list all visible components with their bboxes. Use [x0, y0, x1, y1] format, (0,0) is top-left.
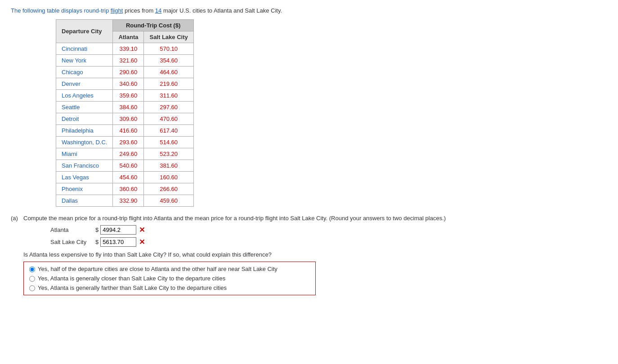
- radio-input-0[interactable]: [29, 266, 35, 272]
- slc-price: 523.20: [144, 148, 193, 160]
- atlanta-x-mark: ✕: [139, 226, 145, 234]
- col-atlanta: Atlanta: [113, 31, 144, 43]
- slc-x-mark: ✕: [139, 238, 145, 246]
- city-cell: Detroit: [56, 113, 113, 125]
- table-row: Denver 340.60 219.60: [56, 78, 194, 90]
- city-cell: Phoenix: [56, 183, 113, 195]
- radio-input-1[interactable]: [29, 276, 35, 282]
- col-round-trip-cost: Round-Trip Cost ($): [113, 20, 193, 31]
- radio-label-0: Yes, half of the departure cities are cl…: [38, 266, 278, 272]
- city-cell: Philadelphia: [56, 125, 113, 137]
- atlanta-label: Atlanta: [50, 226, 95, 233]
- atlanta-price: 340.60: [113, 78, 144, 90]
- atlanta-answer-row: Atlanta $ ✕: [50, 225, 607, 235]
- atlanta-price: 332.90: [113, 195, 144, 207]
- atlanta-price: 384.60: [113, 102, 144, 113]
- slc-price: 160.60: [144, 172, 193, 183]
- part-a-question: Compute the mean price for a round-trip …: [23, 215, 607, 222]
- atlanta-input[interactable]: [100, 225, 136, 235]
- table-row: Phoenix 360.60 266.60: [56, 183, 194, 195]
- col-departure-city: Departure City: [56, 20, 113, 43]
- slc-price: 219.60: [144, 78, 193, 90]
- slc-label: Salt Lake City: [50, 239, 95, 245]
- table-row: New York 321.60 354.60: [56, 55, 194, 67]
- slc-dollar: $: [95, 239, 99, 245]
- slc-price: 464.60: [144, 67, 193, 78]
- slc-price: 311.60: [144, 90, 193, 102]
- city-cell: Miami: [56, 148, 113, 160]
- atlanta-price: 249.60: [113, 148, 144, 160]
- atlanta-price: 454.60: [113, 172, 144, 183]
- city-cell: Dallas: [56, 195, 113, 207]
- city-cell: Washington, D.C.: [56, 137, 113, 148]
- slc-price: 354.60: [144, 55, 193, 67]
- table-row: San Francisco 540.60 381.60: [56, 160, 194, 172]
- table-row: Cincinnati 339.10 570.10: [56, 43, 194, 55]
- atlanta-dollar: $: [95, 226, 99, 233]
- link-14[interactable]: 14: [155, 7, 161, 14]
- slc-price: 297.60: [144, 102, 193, 113]
- table-row: Seattle 384.60 297.60: [56, 102, 194, 113]
- slc-price: 570.10: [144, 43, 193, 55]
- radio-label-1: Yes, Atlanta is generally closer than Sa…: [38, 275, 225, 282]
- table-row: Chicago 290.60 464.60: [56, 67, 194, 78]
- city-cell: Los Angeles: [56, 90, 113, 102]
- table-row: Dallas 332.90 459.60: [56, 195, 194, 207]
- table-row: Las Vegas 454.60 160.60: [56, 172, 194, 183]
- radio-input-2[interactable]: [29, 285, 35, 291]
- atlanta-price: 540.60: [113, 160, 144, 172]
- part-a: (a) Compute the mean price for a round-t…: [11, 215, 607, 295]
- table-row: Washington, D.C. 293.60 514.60: [56, 137, 194, 148]
- part-a-content: Compute the mean price for a round-trip …: [23, 215, 607, 295]
- city-cell: Denver: [56, 78, 113, 90]
- atlanta-price: 360.60: [113, 183, 144, 195]
- atlanta-price: 293.60: [113, 137, 144, 148]
- table-row: Detroit 309.60 470.60: [56, 113, 194, 125]
- atlanta-price: 290.60: [113, 67, 144, 78]
- col-slc: Salt Lake City: [144, 31, 193, 43]
- slc-answer-row: Salt Lake City $ ✕: [50, 237, 607, 247]
- part-a-label: (a): [11, 215, 20, 222]
- radio-question-text: Is Atlanta less expensive to fly into th…: [23, 251, 607, 258]
- slc-price: 514.60: [144, 137, 193, 148]
- slc-price: 617.40: [144, 125, 193, 137]
- table-row: Miami 249.60 523.20: [56, 148, 194, 160]
- radio-option[interactable]: Yes, Atlanta is generally closer than Sa…: [29, 275, 310, 282]
- table-row: Philadelphia 416.60 617.40: [56, 125, 194, 137]
- city-cell: Seattle: [56, 102, 113, 113]
- intro-text: The following table displays round-trip …: [11, 7, 607, 14]
- slc-price: 459.60: [144, 195, 193, 207]
- slc-input[interactable]: [100, 237, 136, 247]
- radio-options-box: Yes, half of the departure cities are cl…: [23, 262, 316, 295]
- slc-price: 381.60: [144, 160, 193, 172]
- city-cell: New York: [56, 55, 113, 67]
- atlanta-price: 339.10: [113, 43, 144, 55]
- city-cell: Chicago: [56, 67, 113, 78]
- city-cell: Cincinnati: [56, 43, 113, 55]
- slc-price: 470.60: [144, 113, 193, 125]
- atlanta-price: 359.60: [113, 90, 144, 102]
- city-cell: San Francisco: [56, 160, 113, 172]
- table-row: Los Angeles 359.60 311.60: [56, 90, 194, 102]
- flight-prices-table: Departure City Round-Trip Cost ($) Atlan…: [56, 19, 194, 207]
- atlanta-price: 416.60: [113, 125, 144, 137]
- radio-option[interactable]: Yes, Atlanta is generally farther than S…: [29, 284, 310, 291]
- radio-label-2: Yes, Atlanta is generally farther than S…: [38, 284, 227, 291]
- atlanta-price: 309.60: [113, 113, 144, 125]
- city-cell: Las Vegas: [56, 172, 113, 183]
- atlanta-price: 321.60: [113, 55, 144, 67]
- slc-price: 266.60: [144, 183, 193, 195]
- radio-option[interactable]: Yes, half of the departure cities are cl…: [29, 266, 310, 272]
